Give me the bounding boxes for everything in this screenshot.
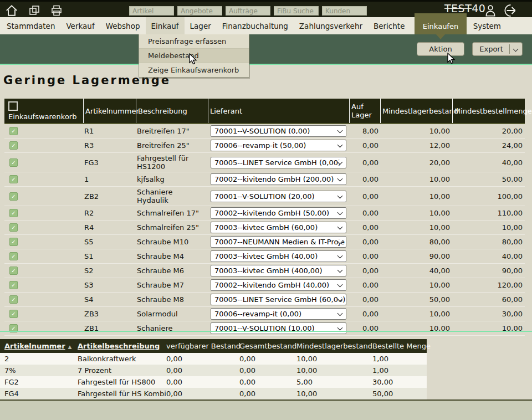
lieferant-cell: 70002--kivitendo GmbH (50,00) xyxy=(208,207,349,219)
chevron-down-icon xyxy=(337,296,343,302)
cart-checkbox-cell: ✓ xyxy=(4,252,83,260)
search-input-artikel[interactable] xyxy=(129,6,174,16)
cart-checkbox-cell: ✓ xyxy=(4,223,83,232)
lieferant-select[interactable]: 70001--V-SOLUTION (20,00) xyxy=(211,191,346,202)
lieferant-cell: 70002--kivitendo GmbH (40,00) xyxy=(208,279,349,291)
chevron-down-icon xyxy=(337,268,343,273)
column-header-mindestlagerbestand: Mindestlagerbestand xyxy=(380,99,452,123)
artikelnummer-cell: S4 xyxy=(83,295,136,304)
lieferant-select[interactable]: 70005--LINET Service GmbH (60,00) xyxy=(211,294,346,305)
cart-checkbox[interactable]: ✓ xyxy=(9,158,18,167)
cart-checkbox[interactable]: ✓ xyxy=(9,310,18,318)
auf-lager-cell: 0,00 xyxy=(349,252,380,260)
search-input-angebote[interactable] xyxy=(177,6,222,16)
chevron-down-icon[interactable] xyxy=(513,47,519,52)
separator-line xyxy=(0,331,532,332)
aktion-button[interactable]: Aktion xyxy=(417,42,464,56)
artikelnummer-cell: R1 xyxy=(83,127,136,135)
lieferant-select[interactable]: 70002--kivitendo GmbH (40,00) xyxy=(211,279,346,291)
menubar-item-system[interactable]: System xyxy=(468,17,507,34)
menubar-item-zahlungsverkehr[interactable]: Zahlungsverkehr xyxy=(294,17,368,34)
lieferant-select[interactable]: 70006--revamp-it (50,00) xyxy=(211,140,346,151)
bestellte-menge-cell: 1,00 xyxy=(368,355,427,363)
verfuegbarer-bestand-cell: 0,00 xyxy=(162,378,235,386)
artikelbeschreibung-cell: Fahrgestell für HS800 xyxy=(73,378,162,386)
logout-icon[interactable] xyxy=(502,3,519,18)
mindestlagerbestand-cell: 10,00 xyxy=(380,281,452,289)
artikelnummer-cell: S2 xyxy=(83,267,136,275)
column-header-label: Einkaufswarenkorb xyxy=(8,112,76,121)
cart-checkbox[interactable]: ✓ xyxy=(9,141,18,150)
lieferant-cell: 70001--V-SOLUTION (0,00) xyxy=(208,125,349,137)
artikelnummer-cell: S1 xyxy=(83,252,136,260)
cart-checkbox[interactable]: ✓ xyxy=(9,209,18,217)
search-fields xyxy=(129,6,367,16)
artikelnummer-cell: 2 xyxy=(0,355,73,363)
lieferant-select[interactable]: 70005--LINET Service GmbH (0,00) xyxy=(211,157,346,168)
home-icon[interactable] xyxy=(4,3,19,18)
chevron-down-icon xyxy=(337,253,343,259)
select-all-checkbox[interactable] xyxy=(8,101,18,111)
artikelnummer-cell: S3 xyxy=(83,281,136,289)
windows-icon[interactable] xyxy=(28,4,41,17)
mouse-cursor xyxy=(447,53,457,65)
column-header-gesamtbestand: Gesamtbestand xyxy=(235,342,292,350)
lieferant-select[interactable]: 70003--kivtec GmbH (60,00) xyxy=(211,222,346,233)
table-row: ✓R2Schmalreifen 17"70002--kivitendo GmbH… xyxy=(4,206,525,221)
column-header-label: Gesamtbestand xyxy=(239,342,296,350)
lieferant-cell: 70002--kivitendo GmbH (200,00) xyxy=(208,173,349,185)
lieferant-select[interactable]: 70003--kivtec GmbH (40,00) xyxy=(211,250,346,262)
column-header-einkaufswarenkorb: Einkaufswarenkorb xyxy=(4,99,83,123)
print-icon[interactable] xyxy=(50,4,63,17)
cart-checkbox[interactable]: ✓ xyxy=(9,295,18,304)
cart-checkbox[interactable]: ✓ xyxy=(9,252,18,260)
lieferant-select[interactable]: 70002--kivitendo GmbH (200,00) xyxy=(211,173,346,185)
column-header-artikelbeschreibung[interactable]: Artikelbeschreibung xyxy=(73,342,162,350)
column-header-label: Beschreibung xyxy=(138,107,187,115)
menubar-item-finanzbuchaltung[interactable]: Finanzbuchaltung xyxy=(217,17,294,34)
menubar-item-stammdaten[interactable]: Stammdaten xyxy=(1,17,60,34)
mindestbestellmenge-cell: 60,00 xyxy=(452,295,525,304)
lieferant-select[interactable]: 70001--V-SOLUTION (10,00) xyxy=(211,322,346,334)
verfuegbarer-bestand-cell: 0,00 xyxy=(162,355,235,363)
cart-checkbox[interactable]: ✓ xyxy=(9,192,18,201)
client-name[interactable]: TEST40 xyxy=(444,2,485,14)
cart-checkbox[interactable]: ✓ xyxy=(9,223,18,232)
cart-checkbox[interactable]: ✓ xyxy=(9,281,18,289)
lieferant-select[interactable]: 70002--kivitendo GmbH (50,00) xyxy=(211,207,346,219)
lieferant-cell: 70005--LINET Service GmbH (60,00) xyxy=(208,294,349,305)
column-header-artikelnummer[interactable]: Artikelnummer▲ xyxy=(0,342,73,350)
column-header-lieferant: Lieferant xyxy=(208,99,349,123)
table-row: ✓ZB1Schaniere70001--V-SOLUTION (10,00)0,… xyxy=(4,321,525,336)
user-icon[interactable] xyxy=(483,3,498,18)
search-input-kunden[interactable] xyxy=(322,6,367,16)
lieferant-select[interactable]: 70001--V-SOLUTION (0,00) xyxy=(211,125,346,137)
menubar-item-webshop[interactable]: Webshop xyxy=(100,17,146,34)
menubar-item-lager[interactable]: Lager xyxy=(185,17,217,34)
artikelnummer-cell: 7% xyxy=(0,366,73,375)
cart-checkbox[interactable]: ✓ xyxy=(9,175,18,183)
search-input-fibu-suche[interactable] xyxy=(274,6,319,16)
column-header-label: Bestellte Menge xyxy=(372,342,431,350)
tooltip-arrow xyxy=(436,34,445,39)
beschreibung-cell: Breitreifen 17" xyxy=(136,126,208,136)
ordered-articles-table-body: 2Balkonkraftwerk0,000,0010,001,007%7 Pro… xyxy=(0,353,427,399)
menubar-item-einkauf[interactable]: Einkauf xyxy=(146,17,185,34)
column-header-label: Lieferant xyxy=(210,107,242,115)
einkaufen-tooltip: Einkaufen xyxy=(415,13,467,34)
cart-checkbox[interactable]: ✓ xyxy=(9,127,18,135)
cart-checkbox[interactable]: ✓ xyxy=(9,267,18,275)
lieferant-select[interactable]: 70006--revamp-it (0,00) xyxy=(211,308,346,320)
lieferant-select[interactable]: 70007--NEUMANN Medien & IT-Proje xyxy=(211,236,346,248)
lieferant-select[interactable]: 70003--kivtec GmbH (400,00) xyxy=(211,265,346,276)
menubar-item-verkauf[interactable]: Verkauf xyxy=(60,17,100,34)
menubar-item-berichte[interactable]: Berichte xyxy=(368,17,410,34)
cart-checkbox[interactable]: ✓ xyxy=(9,238,18,246)
dropdown-item-preisanfrage-erfassen[interactable]: Preisanfrage erfassen xyxy=(139,34,249,49)
export-button[interactable]: Export xyxy=(472,42,523,56)
auf-lager-cell: 0,00 xyxy=(349,310,380,318)
beschreibung-cell: Schraube M10 xyxy=(136,237,208,247)
search-input-auftr-ge[interactable] xyxy=(226,6,270,16)
auf-lager-cell: 0,00 xyxy=(349,281,380,289)
table-row: ✓S5Schraube M1070007--NEUMANN Medien & I… xyxy=(4,235,525,249)
